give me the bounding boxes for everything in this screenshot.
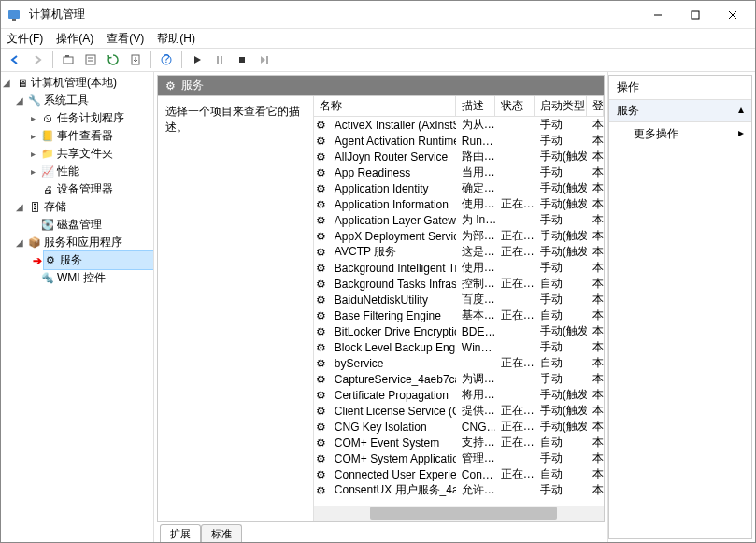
tree-task-scheduler[interactable]: ▸⏲任务计划程序 bbox=[27, 109, 153, 127]
gear-icon: ⚙ bbox=[314, 150, 329, 164]
description-pane: 选择一个项目来查看它的描述。 bbox=[158, 96, 314, 521]
svg-rect-7 bbox=[65, 55, 69, 57]
tree-services[interactable]: ⚙服务 bbox=[44, 251, 153, 269]
scrollbar-thumb[interactable] bbox=[370, 507, 557, 520]
svc-status bbox=[495, 139, 535, 143]
gear-icon: ⚙ bbox=[314, 389, 329, 402]
tree-event-viewer[interactable]: ▸📒事件查看器 bbox=[27, 127, 153, 145]
svc-status bbox=[495, 187, 535, 191]
services-list[interactable]: 名称 描述 状态 启动类型 登 ⚙ActiveX Installer (AxIn… bbox=[314, 96, 604, 521]
svg-rect-8 bbox=[86, 55, 95, 64]
menu-file[interactable]: 文件(F) bbox=[7, 31, 43, 47]
svc-status: 正在… bbox=[495, 353, 535, 373]
gear-icon: ⚙ bbox=[314, 230, 329, 243]
close-button[interactable] bbox=[714, 1, 751, 29]
back-button[interactable] bbox=[5, 50, 25, 70]
minimize-button[interactable] bbox=[639, 1, 677, 29]
gear-icon: ⚙ bbox=[314, 309, 329, 322]
svc-logon: 本 bbox=[587, 480, 604, 500]
restart-button[interactable] bbox=[254, 50, 275, 70]
svc-status bbox=[495, 298, 535, 302]
tree-device-manager[interactable]: 🖨设备管理器 bbox=[27, 180, 153, 198]
svc-status bbox=[495, 489, 535, 493]
export-button[interactable] bbox=[125, 50, 146, 70]
gear-icon: ⚙ bbox=[314, 135, 329, 148]
svc-status: 正在… bbox=[495, 242, 535, 262]
maximize-button[interactable] bbox=[677, 1, 714, 29]
col-desc[interactable]: 描述 bbox=[456, 96, 495, 116]
svc-name: Application Layer Gateway … bbox=[329, 212, 456, 229]
svc-status: 正在… bbox=[495, 306, 535, 325]
svc-status: 正在… bbox=[495, 194, 535, 214]
gear-icon: ⚙ bbox=[314, 246, 329, 259]
col-status[interactable]: 状态 bbox=[495, 96, 535, 116]
play-button[interactable] bbox=[187, 50, 207, 70]
stop-button[interactable] bbox=[232, 50, 252, 70]
svg-rect-14 bbox=[217, 56, 219, 64]
menubar: 文件(F) 操作(A) 查看(V) 帮助(H) bbox=[1, 29, 755, 48]
storage-icon: 🗄 bbox=[28, 201, 41, 214]
pause-button[interactable] bbox=[209, 50, 230, 70]
svc-name: Base Filtering Engine bbox=[329, 307, 456, 324]
svc-startup: 手动 bbox=[535, 480, 587, 500]
tree-disk-mgmt[interactable]: 💽磁盘管理 bbox=[27, 216, 153, 234]
actions-more[interactable]: 更多操作▸ bbox=[609, 122, 751, 146]
column-headers[interactable]: 名称 描述 状态 启动类型 登 bbox=[314, 96, 604, 117]
tree-shared-folders[interactable]: ▸📁共享文件夹 bbox=[27, 145, 153, 163]
svc-name: ConsentUX 用户服务_4aeb… bbox=[329, 480, 456, 500]
menu-view[interactable]: 查看(V) bbox=[107, 31, 144, 47]
list-header: ⚙ 服务 bbox=[157, 75, 605, 95]
svc-status: 正在… bbox=[495, 433, 535, 452]
svc-name: BitLocker Drive Encryption … bbox=[329, 323, 456, 340]
svc-name: byService bbox=[329, 355, 456, 372]
tab-extended[interactable]: 扩展 bbox=[160, 524, 201, 542]
tree-wmi[interactable]: 🔩WMI 控件 bbox=[27, 269, 153, 287]
tree-services-apps[interactable]: ◢📦服务和应用程序 bbox=[14, 234, 153, 251]
svg-rect-3 bbox=[692, 11, 699, 19]
svc-name: Application Identity bbox=[329, 180, 456, 197]
tree-storage[interactable]: ◢🗄存储 bbox=[14, 198, 153, 216]
svc-name: CNG Key Isolation bbox=[329, 419, 456, 436]
svc-desc: 允许… bbox=[456, 480, 495, 500]
actions-category[interactable]: 服务▴ bbox=[609, 100, 751, 122]
tab-strip: 扩展 标准 bbox=[154, 522, 607, 542]
col-logon[interactable]: 登 bbox=[587, 96, 604, 116]
svg-text:?: ? bbox=[164, 53, 170, 65]
menu-action[interactable]: 操作(A) bbox=[56, 31, 93, 47]
clock-icon: ⏲ bbox=[41, 112, 54, 125]
svc-status bbox=[495, 123, 535, 127]
service-row[interactable]: ⚙ConsentUX 用户服务_4aeb…允许…手动本 bbox=[314, 482, 604, 498]
svc-name: Agent Activation Runtime_… bbox=[329, 133, 456, 150]
svc-status bbox=[495, 330, 535, 334]
svc-status bbox=[495, 155, 535, 159]
up-button[interactable] bbox=[58, 50, 78, 70]
svc-desc: BDE… bbox=[456, 323, 495, 340]
folder-icon: 📁 bbox=[41, 148, 54, 161]
horizontal-scrollbar[interactable] bbox=[314, 506, 604, 521]
gear-icon: ⚙ bbox=[165, 79, 176, 93]
svc-desc: Win… bbox=[456, 339, 495, 356]
navigation-tree[interactable]: ◢🖥计算机管理(本地) ◢🔧系统工具 ▸⏲任务计划程序 ▸📒事件查看器 ▸📁共享… bbox=[1, 72, 154, 542]
tree-system-tools[interactable]: ◢🔧系统工具 bbox=[14, 92, 153, 109]
wmi-icon: 🔩 bbox=[41, 272, 54, 285]
performance-icon: 📈 bbox=[41, 165, 54, 179]
forward-button[interactable] bbox=[27, 50, 48, 70]
collapse-icon[interactable]: ▴ bbox=[738, 103, 744, 119]
tab-standard[interactable]: 标准 bbox=[201, 524, 242, 542]
help-button[interactable]: ? bbox=[156, 50, 177, 70]
gear-icon: ⚙ bbox=[314, 119, 329, 132]
menu-help[interactable]: 帮助(H) bbox=[157, 31, 195, 47]
tree-performance[interactable]: ▸📈性能 bbox=[27, 163, 153, 180]
col-name[interactable]: 名称 bbox=[314, 96, 456, 116]
tree-root[interactable]: ◢🖥计算机管理(本地) bbox=[1, 74, 153, 92]
properties-button[interactable] bbox=[80, 50, 101, 70]
col-startup[interactable]: 启动类型 bbox=[535, 96, 587, 116]
svg-rect-17 bbox=[266, 56, 268, 64]
svc-status: 正在… bbox=[495, 464, 535, 484]
refresh-button[interactable] bbox=[103, 50, 123, 70]
svc-name: COM+ Event System bbox=[329, 435, 456, 451]
svc-status bbox=[495, 378, 535, 381]
gear-icon: ⚙ bbox=[314, 436, 329, 450]
svc-name: Background Intelligent Tra… bbox=[329, 260, 456, 277]
svc-name: AllJoyn Router Service bbox=[329, 149, 456, 165]
